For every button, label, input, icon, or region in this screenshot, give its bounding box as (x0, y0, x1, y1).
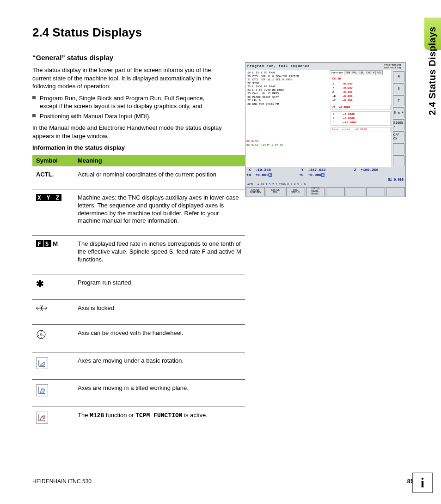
meaning-cell: The displayed feed rate in inches corres… (74, 236, 245, 274)
meaning-cell: Axis can be moved with the handwheel. (74, 324, 245, 352)
symbol-cell (32, 379, 74, 407)
vt-val: +0.0000 (338, 106, 350, 109)
screenshot-title: Program run, full sequence (245, 63, 383, 70)
page-footer: HEIDENHAIN iTNC 530 81 (32, 478, 413, 485)
symbol-cell (32, 352, 74, 379)
symbol-cell: FS M (32, 236, 74, 274)
program-listing: 19 L IX-1 R0 FMAX20 CYCL DEF 11.0 SCALIN… (245, 70, 330, 107)
vt-row: VT +0.0000 (331, 105, 391, 110)
svg-marker-14 (40, 388, 45, 394)
symbol-cell (32, 299, 74, 324)
footer-left: HEIDENHAIN iTNC 530 (32, 478, 92, 485)
basic-rotat: Basic rotat. +0.0000 (331, 127, 391, 132)
svg-line-7 (37, 335, 39, 336)
symbol-cell (32, 407, 74, 434)
symbol-cell: ✱ (32, 274, 74, 300)
th-symbol: Symbol (32, 155, 74, 166)
th-meaning: Meaning (74, 155, 245, 166)
basic-val: +0.0000 (355, 128, 367, 131)
mode-list: Program Run, Single Block and Program Ru… (32, 94, 222, 121)
side-tab-text: 2.4 Status Displays (428, 26, 438, 115)
page-title: 2.4 Status Displays (32, 25, 222, 40)
overview-tabs: OverviewPGMPALLBLCYCMPOS (330, 70, 392, 75)
table-caption: Information in the status display (32, 144, 222, 152)
svg-point-4 (40, 334, 42, 335)
symbol-cell (32, 324, 74, 352)
basic-label: Basic rotat. (332, 128, 352, 131)
ov-hdr: CG 3D (331, 77, 342, 80)
list-item: Positioning with Manual Data Input (MDI)… (32, 112, 222, 121)
symbol-cell: X Y Z (32, 189, 74, 236)
symbol-cell: ACTL. (32, 166, 74, 189)
after-paragraph: In the Manual mode and Electronic Handwh… (32, 124, 222, 140)
status-line-1: 0% S(Nm) (245, 139, 330, 143)
info-icon: i (412, 473, 433, 493)
s-line: S1 0.000 (245, 177, 405, 182)
bottom-line: ACTL. ⊕:20 T 5 Z S 2500 F 0 M 5 / 9 (245, 182, 405, 187)
svg-marker-11 (40, 362, 44, 365)
side-buttons: MSTS ⊡ +S100% ▫OFF ON (392, 70, 405, 167)
coord-display: X -10.358 Y -347.642 Z +100.250 +B +0.00… (245, 167, 405, 177)
softkey-row: STATUSOVERVIEWSTATUSPOS.TOOLSTATUSSTATUS… (245, 187, 405, 197)
meaning-cell: Machine axes; the TNC displays auxiliary… (74, 189, 245, 236)
meaning-cell: Actual or nominal coordinates of the cur… (74, 166, 245, 189)
screenshot-mode: Programming and editing (383, 63, 405, 70)
status-line-2: 0% S(Nm) LIMIT 1 07:15 (245, 143, 330, 147)
cnc-screenshot: Program run, full sequence Programming a… (245, 62, 406, 197)
meaning-cell: Axes are moving under a basic rotation. (74, 352, 245, 379)
section-title: “General” status display (32, 54, 222, 61)
meaning-cell: The M128 function or TCPM FUNCTION is ac… (74, 407, 245, 434)
list-item: Program Run, Single Block and Program Ru… (32, 94, 222, 110)
status-table: Symbol Meaning ACTL.Actual or nominal co… (32, 155, 245, 434)
meaning-cell: Axis is locked. (74, 299, 245, 324)
svg-line-8 (43, 335, 45, 336)
meaning-cell: Axes are moving in a tilted working plan… (74, 379, 245, 407)
main-content: 2.4 Status Displays “General” status dis… (0, 0, 254, 434)
side-tab: 2.4 Status Displays (424, 18, 441, 124)
intro-paragraph: The status display in the lower part of … (32, 66, 222, 91)
meaning-cell: Program run started. (74, 274, 245, 300)
overview-table: CG 3D (331, 76, 345, 81)
svg-rect-17 (43, 416, 45, 419)
